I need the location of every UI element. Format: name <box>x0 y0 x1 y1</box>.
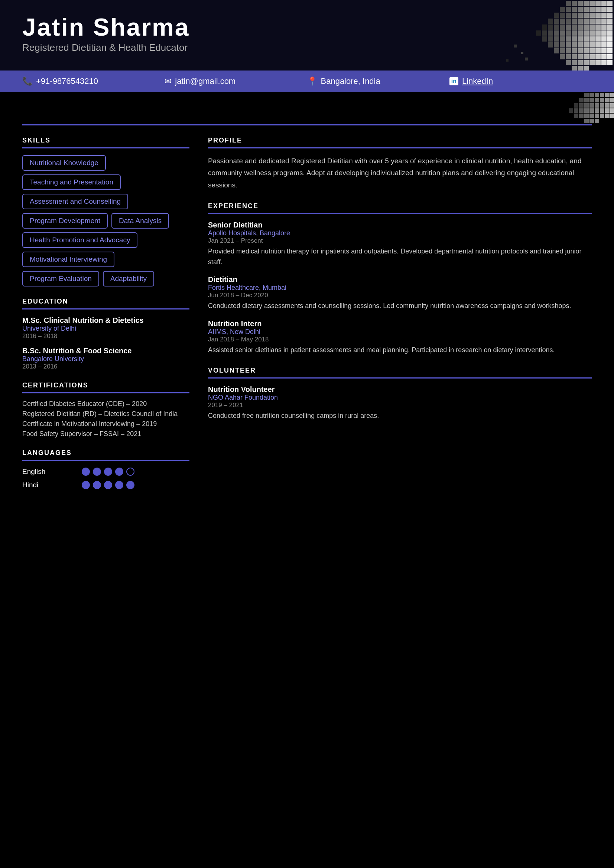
svg-rect-39 <box>548 25 553 30</box>
contact-linkedin[interactable]: in LinkedIn <box>449 76 592 86</box>
svg-rect-12 <box>583 7 589 12</box>
svg-rect-41 <box>560 25 565 30</box>
svg-rect-68 <box>572 36 577 42</box>
svg-rect-148 <box>605 108 609 113</box>
svg-rect-128 <box>589 98 594 102</box>
svg-rect-21 <box>578 12 583 18</box>
svg-rect-49 <box>607 25 612 30</box>
linkedin-link[interactable]: LinkedIn <box>462 76 493 86</box>
svg-rect-56 <box>572 30 577 36</box>
exp-title-3: Nutrition Intern <box>208 319 592 328</box>
hindi-dot-2 <box>93 481 101 489</box>
svg-rect-22 <box>583 12 589 18</box>
svg-rect-117 <box>521 52 523 54</box>
pixel-art-decoration-top <box>491 0 614 71</box>
svg-rect-65 <box>554 36 559 42</box>
svg-rect-73 <box>602 36 606 42</box>
svg-rect-66 <box>560 36 565 42</box>
svg-rect-54 <box>560 30 565 36</box>
volunteer-desc-1: Conducted free nutrition counselling cam… <box>208 411 592 421</box>
education-section: EDUCATION M.Sc. Clinical Nutrition & Die… <box>22 298 190 370</box>
svg-rect-14 <box>595 7 601 12</box>
svg-rect-104 <box>607 54 612 59</box>
cert-item-2: Registered Dietitian (RD) – Dietetics Co… <box>22 410 190 418</box>
exp-date-2: Jun 2018 – Dec 2020 <box>208 292 592 299</box>
svg-rect-75 <box>548 42 553 48</box>
lang-name-english: English <box>22 468 74 476</box>
edu-degree-2: B.Sc. Nutrition & Food Science <box>22 347 190 355</box>
svg-rect-60 <box>595 30 601 36</box>
skill-tag-assessment: Assessment and Counselling <box>22 194 128 209</box>
svg-rect-45 <box>583 25 589 30</box>
svg-rect-144 <box>584 108 589 113</box>
exp-title-2: Dietitian <box>208 275 592 284</box>
svg-rect-42 <box>566 25 571 30</box>
profile-text: Passionate and dedicated Registered Diet… <box>208 155 592 191</box>
svg-rect-96 <box>560 54 565 59</box>
svg-rect-91 <box>583 48 589 53</box>
contact-phone: 📞 +91-9876543210 <box>22 76 165 86</box>
exp-date-3: Jan 2018 – May 2018 <box>208 336 592 343</box>
svg-rect-28 <box>554 19 559 24</box>
svg-rect-109 <box>589 60 595 65</box>
cert-item-4: Food Safety Supervisor – FSSAI – 2021 <box>22 430 190 438</box>
svg-rect-2 <box>578 1 583 6</box>
skills-label: SKILLS <box>22 136 190 144</box>
cert-item-1: Certified Diabetes Educator (CDE) – 2020 <box>22 400 190 408</box>
cert-item-3: Certificate in Motivational Interviewing… <box>22 420 190 428</box>
svg-rect-59 <box>589 30 595 36</box>
lang-name-hindi: Hindi <box>22 481 74 489</box>
svg-rect-50 <box>536 30 541 36</box>
svg-rect-36 <box>602 19 606 24</box>
skills-divider <box>22 147 190 149</box>
svg-rect-48 <box>602 25 606 30</box>
svg-rect-85 <box>607 42 612 48</box>
svg-rect-123 <box>600 93 604 97</box>
exp-entry-2: Dietitian Fortis Healthcare, Mumbai Jun … <box>208 275 592 312</box>
svg-rect-113 <box>572 66 577 71</box>
svg-rect-35 <box>595 19 601 24</box>
volunteer-date-1: 2019 – 2021 <box>208 401 592 409</box>
svg-rect-71 <box>589 36 595 42</box>
svg-rect-139 <box>605 103 609 108</box>
svg-rect-16 <box>607 7 612 12</box>
svg-rect-136 <box>589 103 594 108</box>
volunteer-title-1: Nutrition Volunteer <box>208 385 592 394</box>
skill-tag-nutritional-knowledge: Nutritional Knowledge <box>22 155 106 171</box>
experience-divider <box>208 213 592 214</box>
location-icon: 📍 <box>307 76 317 86</box>
dot-5-empty <box>126 468 134 476</box>
svg-rect-37 <box>607 19 612 24</box>
volunteer-org-1: NGO Aahar Foundation <box>208 394 592 401</box>
svg-rect-9 <box>566 7 571 12</box>
right-column: PROFILE Passionate and dedicated Registe… <box>208 136 592 500</box>
svg-rect-32 <box>578 19 583 24</box>
svg-rect-121 <box>589 93 594 97</box>
skill-tag-data-analysis: Data Analysis <box>112 213 169 229</box>
svg-rect-97 <box>566 54 571 59</box>
svg-rect-102 <box>595 54 601 59</box>
exp-desc-3: Assisted senior dietitians in patient as… <box>208 345 592 355</box>
svg-rect-29 <box>560 19 565 24</box>
hindi-dot-5 <box>126 481 134 489</box>
svg-rect-26 <box>607 12 612 18</box>
svg-rect-30 <box>566 19 571 24</box>
svg-rect-67 <box>566 36 571 42</box>
exp-entry-1: Senior Dietitian Apollo Hospitals, Banga… <box>208 221 592 268</box>
edu-degree-1: M.Sc. Clinical Nutrition & Dietetics <box>22 316 190 325</box>
svg-rect-20 <box>572 12 577 18</box>
exp-org-2: Fortis Healthcare, Mumbai <box>208 284 592 292</box>
hindi-dot-4 <box>115 481 123 489</box>
svg-rect-3 <box>583 1 589 6</box>
svg-rect-110 <box>595 60 601 65</box>
svg-rect-131 <box>605 98 609 102</box>
svg-rect-58 <box>583 30 589 36</box>
certifications-divider <box>22 392 190 394</box>
dot-3 <box>104 468 112 476</box>
education-divider <box>22 308 190 310</box>
exp-desc-1: Provided medical nutrition therapy for i… <box>208 246 592 268</box>
svg-rect-33 <box>583 19 589 24</box>
education-label: EDUCATION <box>22 298 190 305</box>
svg-rect-53 <box>554 30 559 36</box>
svg-rect-138 <box>600 103 604 108</box>
